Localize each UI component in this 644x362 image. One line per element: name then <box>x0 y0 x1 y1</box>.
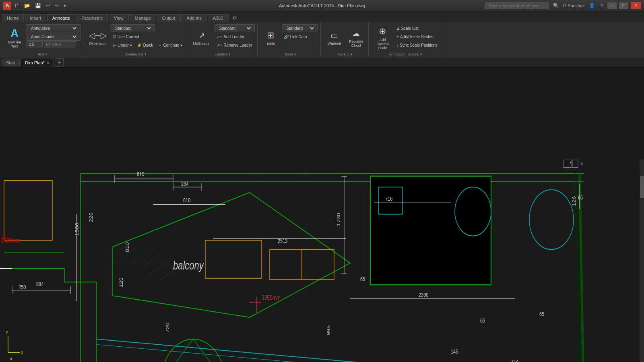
add-delete-icon: ± <box>396 35 399 39</box>
svg-text:116: 116 <box>511 359 518 362</box>
scale-list-btn[interactable]: ≣ Scale List <box>394 24 439 32</box>
link-data-btn[interactable]: 🔗 Link Data <box>282 33 318 41</box>
dim-style-select[interactable]: Standard <box>114 26 152 31</box>
svg-text:2512: 2512 <box>278 237 287 244</box>
qat-undo[interactable]: ↩ <box>44 2 52 9</box>
continue-icon: → <box>158 43 162 47</box>
style-dropdown[interactable]: Annotative <box>27 24 80 32</box>
multiline-text-btn[interactable]: A Multiline Text <box>4 24 25 51</box>
tab-a360[interactable]: A360 <box>208 14 229 22</box>
annotation-scaling-content: ⊕ AddCurrent Scale ≣ Scale List ± Add/De… <box>372 23 439 52</box>
remove-leader-btn[interactable]: ↗− Remove Leader <box>215 41 255 49</box>
tab-manage[interactable]: Manage <box>130 14 156 22</box>
svg-rect-107 <box>640 176 644 198</box>
tab-annotate[interactable]: Annotate <box>47 14 75 22</box>
tab-insert[interactable]: Insert <box>25 14 46 22</box>
font-select[interactable]: Anno Courier <box>29 34 78 39</box>
user-btn[interactable]: 👤 <box>587 2 597 9</box>
add-current-scale-btn[interactable]: ⊕ AddCurrent Scale <box>372 24 393 51</box>
find-text-input[interactable] <box>44 41 76 47</box>
tab-addins[interactable]: Add-ins <box>182 14 207 22</box>
multileader-icon: ↗ <box>198 31 205 40</box>
sync-icon: ↕ <box>396 43 398 47</box>
add-leader-icon: ↗+ <box>217 35 222 39</box>
add-delete-scales-btn[interactable]: ± Add/Delete Scales <box>394 33 439 41</box>
svg-text:894: 894 <box>36 280 43 287</box>
table-icon: ⊞ <box>267 30 274 41</box>
add-current-scale-label: AddCurrent Scale <box>374 38 390 50</box>
group-markup: ▭ Wipeout ☁ RevisionCloud Markup ▾ <box>322 23 369 57</box>
table-btn[interactable]: ⊞ Table <box>261 24 280 51</box>
text-group-label: Text ▾ <box>37 52 47 57</box>
dimension-btn[interactable]: ◁─▷ Dimension <box>87 24 109 51</box>
multileader-label: Multileader <box>193 41 211 45</box>
canvas-area[interactable]: 3250mm 2620mm balcony void 810 264 810 2… <box>0 68 644 362</box>
wipeout-btn[interactable]: ▭ Wipeout <box>324 24 344 51</box>
font-dropdown[interactable]: Anno Courier <box>27 33 80 41</box>
title-bar-left: A 🗋 📂 💾 ↩ ↪ ▾ <box>3 2 68 10</box>
svg-text:145: 145 <box>451 348 458 355</box>
doc-tab-close[interactable]: ✕ <box>46 61 50 65</box>
leaders-group-content: ↗ Multileader Standard ↗+ Add Leader ↗− … <box>190 23 255 52</box>
leader-style-select[interactable]: Standard <box>217 26 252 31</box>
doc-tab-dimplan[interactable]: Dim Plan* ✕ <box>21 59 54 66</box>
revision-cloud-icon: ☁ <box>352 29 360 38</box>
svg-text:2390: 2390 <box>419 291 428 298</box>
search-btn[interactable]: 🔍 <box>551 2 561 9</box>
leader-style-dropdown[interactable]: Standard <box>215 24 255 32</box>
svg-text:716: 716 <box>385 195 392 202</box>
dim-style-dropdown[interactable]: Standard <box>111 24 155 32</box>
tab-output[interactable]: Output <box>157 14 181 22</box>
qat-redo[interactable]: ↪ <box>53 2 60 9</box>
sync-scale-btn[interactable]: ↕ Sync Scale Positions <box>394 41 439 49</box>
maximize-btn[interactable]: □ <box>619 2 628 9</box>
group-dimensions: ◁─▷ Dimension Standard ☑ Use Current ⊢ L… <box>84 23 187 57</box>
markup-group-label: Markup ▾ <box>338 52 353 57</box>
tab-view[interactable]: View <box>109 14 129 22</box>
continue-dropdown-icon[interactable]: ▾ <box>180 43 182 47</box>
help-btn[interactable]: ? <box>599 2 605 9</box>
title-bar-right: 🔍 D.Sanchez 👤 ? ─ □ ✕ <box>485 2 641 9</box>
svg-text:✕: ✕ <box>580 161 583 167</box>
group-text: A Multiline Text Annotative Anno Courier <box>2 23 83 57</box>
quick-btn[interactable]: ⚡ Quick <box>135 41 155 49</box>
revision-cloud-btn[interactable]: ☁ RevisionCloud <box>346 24 366 51</box>
revision-cloud-label: RevisionCloud <box>349 39 363 47</box>
style-select[interactable]: Annotative <box>29 26 78 31</box>
user-name: D.Sanchez <box>563 3 585 8</box>
qat-save[interactable]: 💾 <box>33 2 43 9</box>
dim-col: Standard ☑ Use Current ⊢ Linear ▾ ⚡ Quic <box>111 24 184 49</box>
search-input[interactable] <box>485 2 549 9</box>
doc-tab-start[interactable]: Start <box>2 59 20 66</box>
table-style-select[interactable]: Standard <box>285 26 315 31</box>
markup-group-content: ▭ Wipeout ☁ RevisionCloud <box>324 23 366 52</box>
ribbon-content: A Multiline Text Annotative Anno Courier <box>0 22 644 58</box>
use-current-icon: ☑ <box>113 35 116 39</box>
close-btn[interactable]: ✕ <box>631 2 641 9</box>
tab-parametric[interactable]: Parametric <box>76 14 108 22</box>
dimensions-group-label: Dimensions ▾ <box>124 52 147 57</box>
svg-rect-19 <box>370 176 491 285</box>
new-doc-tab-btn[interactable]: + <box>55 58 64 67</box>
tables-col: Standard 🔗 Link Data <box>282 24 318 41</box>
text-height-input[interactable] <box>27 41 43 47</box>
multiline-text-label: Multiline Text <box>6 40 23 48</box>
use-current-btn[interactable]: ☑ Use Current <box>111 33 184 41</box>
multileader-btn[interactable]: ↗ Multileader <box>190 24 213 51</box>
add-leader-btn[interactable]: ↗+ Add Leader <box>215 33 255 41</box>
leaders-group-label: Leaders ▾ <box>215 52 231 57</box>
qat-open[interactable]: 📂 <box>23 2 32 9</box>
text-group-expand[interactable]: ▾ <box>45 52 47 56</box>
minimize-btn[interactable]: ─ <box>607 2 617 9</box>
svg-text:X: X <box>21 350 23 355</box>
tab-home[interactable]: Home <box>2 14 24 22</box>
continue-btn[interactable]: → Continue ▾ <box>156 41 184 49</box>
linear-dropdown-icon[interactable]: ▾ <box>130 43 132 47</box>
qat-new[interactable]: 🗋 <box>13 2 21 9</box>
qat-more[interactable]: ▾ <box>62 2 68 9</box>
linear-btn[interactable]: ⊢ Linear ▾ <box>111 41 134 49</box>
ribbon-options[interactable]: ⚙ <box>231 14 239 22</box>
svg-text:65: 65 <box>578 194 583 201</box>
table-style-dropdown[interactable]: Standard <box>282 24 318 32</box>
svg-text:✕: ✕ <box>10 356 13 362</box>
